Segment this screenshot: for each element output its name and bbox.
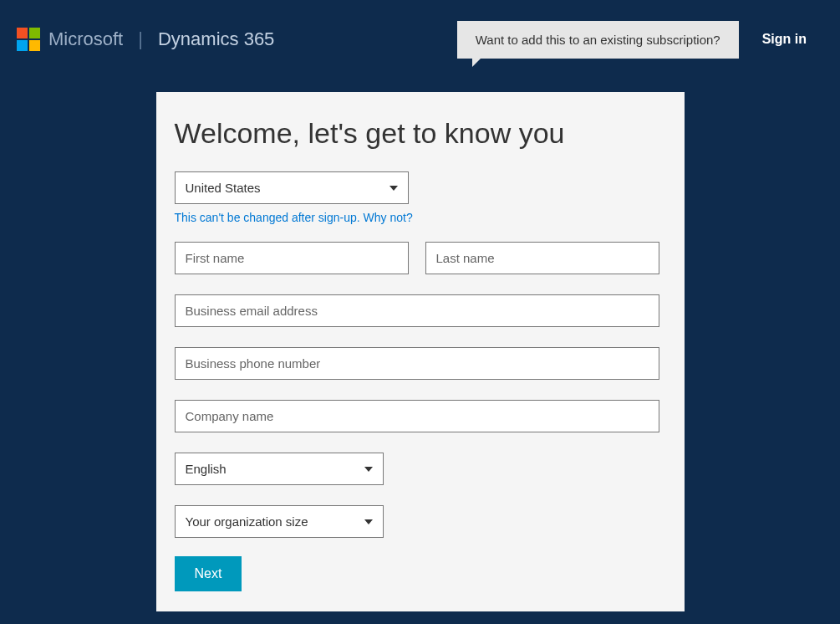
language-select[interactable]: English [175,453,384,485]
first-name-field[interactable] [175,242,409,274]
tooltip-text: Want to add this to an existing subscrip… [476,33,720,47]
brand-label: Microsoft [48,28,123,50]
signup-form-card: Welcome, let's get to know you United St… [156,92,685,611]
email-field[interactable] [175,294,659,327]
next-button[interactable]: Next [175,556,242,591]
country-hint-link[interactable]: This can't be changed after sign-up. Why… [175,211,413,224]
product-label: Dynamics 365 [158,28,274,50]
country-select[interactable]: United States [175,171,409,204]
form-title: Welcome, let's get to know you [175,117,666,150]
brand-divider: | [138,28,143,50]
header-bar: Microsoft | Dynamics 365 Want to add thi… [0,0,840,59]
organization-size-select[interactable]: Your organization size [175,505,384,538]
existing-subscription-tooltip[interactable]: Want to add this to an existing subscrip… [457,21,739,59]
last-name-field[interactable] [425,242,659,274]
phone-field[interactable] [175,347,659,380]
microsoft-logo-icon [17,28,40,51]
company-field[interactable] [175,400,659,432]
sign-in-link[interactable]: Sign in [762,32,807,47]
